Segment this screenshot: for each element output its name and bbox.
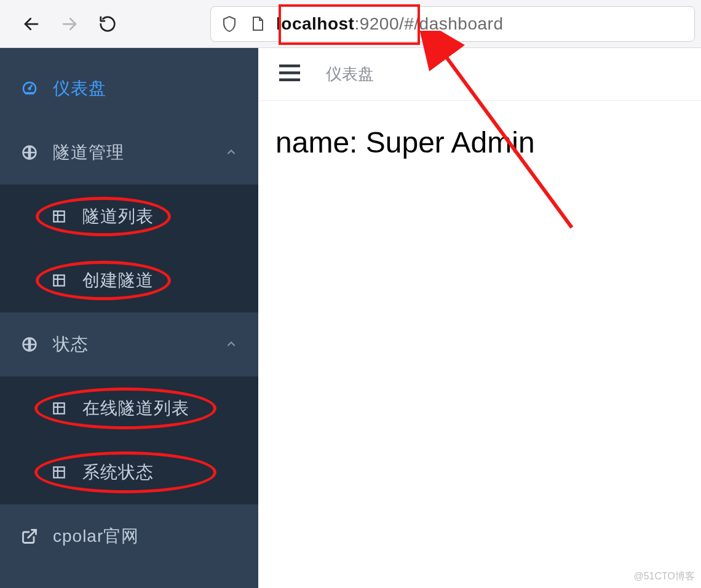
- sidebar-item-label: 在线隧道列表: [82, 397, 189, 420]
- sidebar-item-label: 隧道列表: [82, 205, 154, 228]
- submenu-tunnel-mgmt: 隧道列表 创建隧道: [0, 185, 258, 312]
- app-container: 仪表盘 隧道管理 隧道列表 创建隧道: [0, 48, 701, 588]
- sidebar-item-label: 创建隧道: [82, 269, 154, 292]
- crosshair-icon: [20, 143, 39, 162]
- sidebar-item-label: 系统状态: [82, 461, 154, 484]
- address-bar[interactable]: localhost:9200/#/dashboard: [210, 6, 695, 42]
- sidebar-item-online-tunnels[interactable]: 在线隧道列表: [0, 376, 258, 440]
- sidebar-item-label: 仪表盘: [53, 77, 106, 100]
- arrow-right-icon: [60, 15, 79, 33]
- main-body: name: Super Admin: [258, 101, 701, 184]
- reload-button[interactable]: [97, 14, 118, 34]
- breadcrumb: 仪表盘: [326, 63, 374, 85]
- sidebar-item-label: 状态: [53, 333, 89, 356]
- arrow-left-icon: [22, 15, 41, 33]
- page-icon: [248, 14, 267, 34]
- svg-rect-5: [279, 64, 300, 67]
- reload-icon: [98, 15, 117, 33]
- sidebar: 仪表盘 隧道管理 隧道列表 创建隧道: [0, 48, 258, 588]
- sidebar-item-create-tunnel[interactable]: 创建隧道: [0, 248, 258, 312]
- table-icon: [49, 399, 69, 418]
- content-area: 仪表盘 name: Super Admin: [258, 48, 701, 588]
- url-path: :9200/#/dashboard: [354, 14, 503, 33]
- table-icon: [49, 271, 69, 290]
- back-button[interactable]: [21, 14, 42, 34]
- url-text: localhost:9200/#/dashboard: [276, 14, 503, 34]
- sidebar-item-tunnel-mgmt[interactable]: 隧道管理: [0, 121, 258, 185]
- sidebar-item-system-status[interactable]: 系统状态: [0, 440, 258, 504]
- table-icon: [49, 463, 69, 482]
- external-link-icon: [20, 526, 39, 546]
- content-header: 仪表盘: [258, 48, 701, 101]
- chevron-up-icon: [225, 143, 237, 162]
- sidebar-item-tunnel-list[interactable]: 隧道列表: [0, 185, 258, 248]
- svg-rect-3: [30, 84, 33, 89]
- svg-rect-7: [279, 78, 300, 81]
- name-display: name: Super Admin: [275, 125, 684, 159]
- chevron-up-icon: [225, 335, 237, 354]
- svg-line-4: [28, 530, 36, 538]
- hamburger-icon: [279, 64, 300, 82]
- dashboard-icon: [20, 79, 39, 98]
- browser-nav-buttons: [21, 14, 118, 34]
- table-icon: [49, 207, 69, 226]
- sidebar-item-label: cpolar官网: [53, 525, 139, 548]
- sidebar-item-dashboard[interactable]: 仪表盘: [0, 57, 258, 121]
- shield-icon: [220, 14, 239, 34]
- watermark: @51CTO博客: [633, 570, 695, 583]
- url-host: localhost: [276, 14, 354, 33]
- sidebar-item-cpolar[interactable]: cpolar官网: [0, 504, 258, 568]
- sidebar-item-status[interactable]: 状态: [0, 312, 258, 376]
- sidebar-item-label: 隧道管理: [53, 141, 124, 164]
- toggle-sidebar-button[interactable]: [279, 64, 300, 85]
- forward-button[interactable]: [59, 14, 80, 34]
- browser-toolbar: localhost:9200/#/dashboard: [0, 0, 701, 48]
- submenu-status: 在线隧道列表 系统状态: [0, 376, 258, 504]
- crosshair-icon: [20, 335, 39, 354]
